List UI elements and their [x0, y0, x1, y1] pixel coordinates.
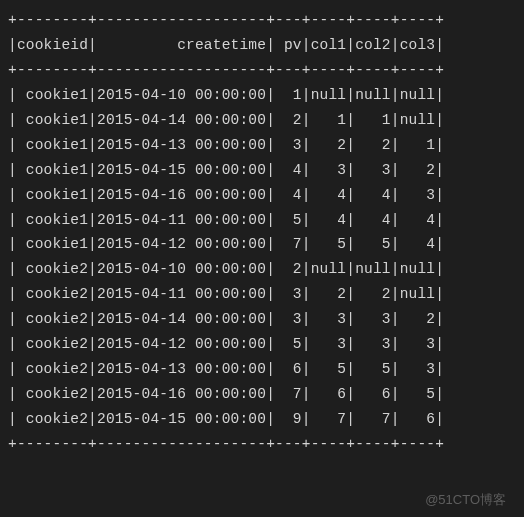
- watermark-text: @51CTO博客: [425, 489, 506, 511]
- ascii-table-output: +--------+-------------------+---+----+-…: [8, 8, 516, 457]
